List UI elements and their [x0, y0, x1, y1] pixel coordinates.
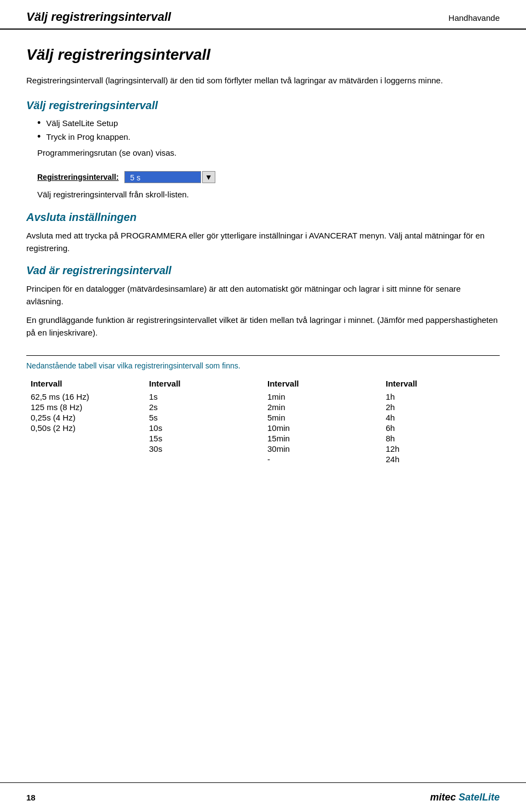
table-cell-6-0: [26, 454, 145, 464]
section2-heading: Avsluta inställningen: [26, 211, 500, 224]
interval-table: Intervall Intervall Intervall Intervall …: [26, 378, 500, 464]
table-cell-2-1: 5s: [145, 412, 263, 423]
table-cell-4-1: 15s: [145, 433, 263, 444]
control-label: Registreringsintervall:: [37, 173, 119, 181]
table-row: 0,50s (2 Hz)10s10min6h: [26, 423, 500, 433]
table-cell-3-1: 10s: [145, 423, 263, 433]
table-cell-2-0: 0,25s (4 Hz): [26, 412, 145, 423]
brand: mitec SatelLite: [430, 792, 500, 803]
header-title: Välj registreringsintervall: [26, 10, 171, 24]
main-content: Välj registreringsintervall Registrering…: [0, 30, 526, 508]
table-cell-1-3: 2h: [381, 402, 500, 412]
table-cell-5-3: 12h: [381, 444, 500, 454]
main-heading: Välj registreringsintervall: [26, 46, 500, 64]
table-cell-5-1: 30s: [145, 444, 263, 454]
section1-heading: Välj registreringsintervall: [26, 99, 500, 112]
bullet-1: Välj SatelLite Setup: [37, 117, 500, 129]
control-caption: Välj registreringsintervall från skroll-…: [37, 189, 500, 201]
table-cell-0-3: 1h: [381, 391, 500, 402]
table-cell-4-0: [26, 433, 145, 444]
table-row: -24h: [26, 454, 500, 464]
brand-highlight: SatelLite: [459, 792, 500, 803]
table-row: 0,25s (4 Hz)5s5min4h: [26, 412, 500, 423]
page-number: 18: [26, 793, 36, 802]
control-row: Registreringsintervall: 5 s ▼: [37, 171, 500, 183]
table-row: 125 ms (8 Hz)2s2min2h: [26, 402, 500, 412]
bullet-2: Tryck in Prog knappen.: [37, 131, 500, 143]
table-row: 30s30min12h: [26, 444, 500, 454]
col-header-4: Intervall: [381, 378, 500, 391]
registering-interval-input[interactable]: 5 s: [124, 171, 201, 183]
table-cell-6-1: [145, 454, 263, 464]
table-cell-3-0: 0,50s (2 Hz): [26, 423, 145, 433]
section1-indented: Programmeringsrutan (se ovan) visas.: [37, 147, 500, 160]
table-body: 62,5 ms (16 Hz)1s1min1h125 ms (8 Hz)2s2m…: [26, 391, 500, 464]
table-cell-0-1: 1s: [145, 391, 263, 402]
table-cell-5-0: [26, 444, 145, 454]
table-cell-2-2: 5min: [263, 412, 381, 423]
section3-body1: Principen för en datalogger (mätvärdesin…: [26, 282, 500, 308]
section3-heading: Vad är registreringsintervall: [26, 264, 500, 277]
table-note: Nedanstående tabell visar vilka registre…: [26, 361, 500, 370]
table-cell-3-2: 10min: [263, 423, 381, 433]
table-cell-0-2: 1min: [263, 391, 381, 402]
table-cell-3-3: 6h: [381, 423, 500, 433]
col-header-3: Intervall: [263, 378, 381, 391]
table-cell-6-2: -: [263, 454, 381, 464]
table-cell-5-2: 30min: [263, 444, 381, 454]
table-header-row: Intervall Intervall Intervall Intervall: [26, 378, 500, 391]
intro-text: Registreringsintervall (lagringsinterval…: [26, 75, 500, 87]
page-footer: 18 mitec SatelLite: [0, 782, 526, 812]
page-header: Välj registreringsintervall Handhavande: [0, 0, 526, 30]
table-row: 15s15min8h: [26, 433, 500, 444]
table-cell-1-1: 2s: [145, 402, 263, 412]
header-right: Handhavande: [449, 13, 500, 22]
table-row: 62,5 ms (16 Hz)1s1min1h: [26, 391, 500, 402]
col-header-1: Intervall: [26, 378, 145, 391]
table-cell-4-2: 15min: [263, 433, 381, 444]
table-cell-1-0: 125 ms (8 Hz): [26, 402, 145, 412]
table-cell-0-0: 62,5 ms (16 Hz): [26, 391, 145, 402]
section1-bullets: Välj SatelLite Setup Tryck in Prog knapp…: [37, 117, 500, 143]
table-cell-1-2: 2min: [263, 402, 381, 412]
dropdown-button[interactable]: ▼: [202, 171, 215, 183]
section2-body: Avsluta med att trycka på PROGRAMMERA el…: [26, 229, 500, 255]
section3-body2: En grundläggande funktion är registrerin…: [26, 314, 500, 339]
table-cell-2-3: 4h: [381, 412, 500, 423]
table-separator: [26, 355, 500, 356]
table-cell-6-3: 24h: [381, 454, 500, 464]
col-header-2: Intervall: [145, 378, 263, 391]
table-cell-4-3: 8h: [381, 433, 500, 444]
